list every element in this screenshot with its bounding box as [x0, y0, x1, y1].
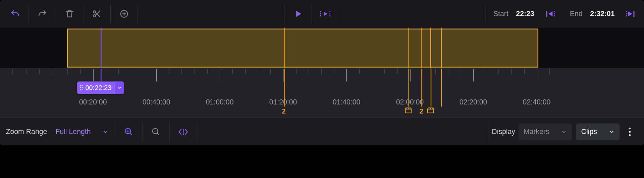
- divider: [110, 4, 111, 24]
- tick-minor: [13, 69, 13, 74]
- play-button[interactable]: [286, 3, 310, 25]
- plus-circle-icon: [119, 9, 129, 19]
- in-point-field: Start 22:23: [487, 10, 540, 18]
- tick-minor: [435, 69, 436, 74]
- go-start-icon: [545, 10, 555, 18]
- tick-minor: [169, 69, 169, 74]
- add-marker-button[interactable]: [112, 3, 136, 25]
- zoom-fit-button[interactable]: [172, 121, 195, 142]
- tick-label: 01:20:00: [269, 98, 297, 107]
- svg-point-7: [80, 89, 81, 90]
- tick-major: [346, 69, 347, 82]
- markers-dropdown[interactable]: Markers: [519, 123, 572, 140]
- playhead-indicator[interactable]: 00:22:23: [77, 82, 124, 94]
- undo-button[interactable]: [3, 3, 27, 25]
- divider: [339, 4, 339, 24]
- out-point-field: End 2:32:01: [564, 10, 621, 18]
- tick-minor: [499, 69, 499, 74]
- undo-icon: [10, 9, 20, 19]
- delete-button[interactable]: [58, 3, 82, 25]
- tick-minor: [384, 69, 385, 74]
- marker-line[interactable]: [430, 69, 431, 107]
- out-value[interactable]: 2:32:01: [590, 10, 614, 18]
- divider: [488, 122, 488, 141]
- clip-strip[interactable]: [0, 28, 644, 69]
- tick-minor: [296, 69, 296, 74]
- divider: [56, 4, 56, 24]
- tick-minor: [448, 69, 448, 74]
- toolbar: Start 22:23 End 2:32:01: [0, 0, 644, 28]
- divider: [170, 122, 170, 141]
- tick-minor: [182, 69, 182, 74]
- tick-minor: [207, 69, 207, 74]
- in-label: Start: [493, 10, 508, 18]
- clip-region[interactable]: [67, 29, 538, 68]
- drag-grip-icon: [77, 85, 85, 91]
- marker-line[interactable]: [441, 69, 442, 107]
- clips-dropdown[interactable]: Clips: [576, 123, 620, 140]
- svg-point-8: [82, 89, 83, 90]
- play-icon: [293, 9, 303, 19]
- marker-line[interactable]: [408, 69, 409, 107]
- tick-minor: [270, 69, 271, 74]
- tick-minor: [549, 69, 550, 74]
- divider: [115, 122, 115, 141]
- playhead-dropdown[interactable]: [115, 82, 124, 94]
- more-button[interactable]: [620, 121, 640, 142]
- zoom-range-dropdown[interactable]: Full Length: [50, 123, 113, 140]
- divider: [312, 4, 312, 24]
- zoom-out-button[interactable]: [145, 121, 168, 142]
- tick-minor: [68, 69, 68, 74]
- tick-label: 02:40:00: [523, 98, 551, 107]
- zoom-in-button[interactable]: [117, 121, 141, 142]
- svg-point-12: [629, 131, 631, 133]
- go-to-in-button[interactable]: [540, 3, 560, 25]
- out-label: End: [570, 10, 583, 18]
- tick-label: 00:40:00: [143, 98, 170, 107]
- tick-minor: [53, 69, 53, 77]
- tick-label: 01:00:00: [206, 98, 234, 107]
- clapper-icon[interactable]: [427, 107, 434, 114]
- svg-point-4: [82, 85, 83, 86]
- svg-point-11: [629, 127, 631, 129]
- clip-marker-line: [430, 28, 431, 69]
- marker-count[interactable]: 2: [420, 107, 423, 115]
- zoom-range-value: Full Length: [55, 127, 91, 136]
- tick-minor: [359, 69, 360, 74]
- display-label: Display: [490, 127, 519, 136]
- redo-button[interactable]: [31, 3, 54, 25]
- marker-line[interactable]: [284, 69, 285, 107]
- tick-minor: [423, 69, 423, 74]
- tick-major: [410, 69, 410, 82]
- go-to-out-button[interactable]: [621, 3, 641, 25]
- play-range-icon: [320, 10, 331, 18]
- tick-minor: [321, 69, 321, 74]
- tick-minor: [80, 69, 80, 74]
- cut-button[interactable]: [85, 3, 109, 25]
- svg-point-6: [82, 87, 83, 88]
- time-ruler[interactable]: 00:20:0000:40:0001:00:0001:20:0001:40:00…: [0, 69, 644, 118]
- trash-icon: [65, 9, 74, 19]
- in-value[interactable]: 22:23: [516, 10, 534, 18]
- clip-marker-line: [408, 28, 409, 69]
- tick-minor: [144, 69, 144, 74]
- svg-point-13: [629, 134, 631, 136]
- tick-minor: [258, 69, 258, 74]
- tick-major: [93, 69, 93, 82]
- tick-minor: [461, 69, 461, 74]
- tick-minor: [486, 69, 486, 74]
- play-range-button[interactable]: [314, 3, 337, 25]
- marker-line[interactable]: [421, 69, 422, 107]
- tick-minor: [195, 69, 195, 74]
- tick-minor: [511, 69, 512, 74]
- marker-count[interactable]: 2: [282, 107, 285, 115]
- tick-minor: [245, 69, 246, 74]
- tick-minor: [232, 69, 233, 74]
- tick-minor: [309, 69, 309, 74]
- tick-minor: [397, 69, 397, 74]
- clapper-icon[interactable]: [405, 107, 412, 114]
- tick-major: [220, 69, 220, 82]
- redo-icon: [37, 9, 47, 19]
- tick-major: [156, 69, 157, 82]
- divider: [138, 4, 138, 24]
